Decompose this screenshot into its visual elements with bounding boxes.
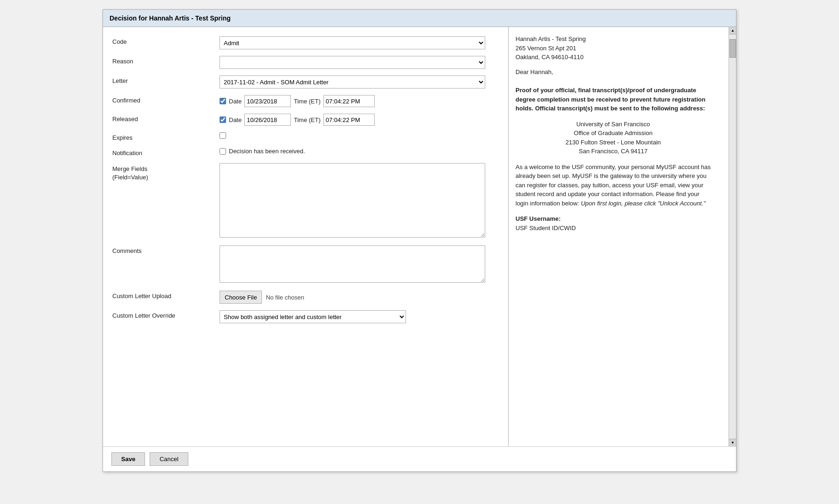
notification-text: Decision has been received. bbox=[229, 148, 305, 155]
custom-letter-override-label: Custom Letter Override bbox=[112, 310, 220, 319]
merge-fields-label: Merge Fields (Field=Value) bbox=[112, 163, 220, 182]
right-panel: Hannah Artis - Test Spring 265 Vernon St… bbox=[509, 27, 736, 446]
reason-row: Reason bbox=[112, 56, 499, 69]
center-line2: Office of Graduate Admission bbox=[516, 129, 711, 138]
letter-row: Letter 2017-11-02 - Admit - SOM Admit Le… bbox=[112, 75, 499, 89]
released-control: Date 10/26/2018 Time (ET) 07:04:22 PM bbox=[220, 114, 499, 126]
code-select[interactable]: Admit Deny Waitlist Defer Withdraw bbox=[220, 36, 485, 49]
save-button[interactable]: Save bbox=[111, 452, 145, 466]
released-time-input[interactable]: 07:04:22 PM bbox=[323, 114, 375, 126]
username-label: USF Username: bbox=[516, 215, 561, 222]
scrollbar: ▲ ▼ bbox=[729, 27, 736, 446]
address-block: Hannah Artis - Test Spring 265 Vernon St… bbox=[516, 34, 711, 62]
confirmed-time-input[interactable]: 07:04:22 PM bbox=[323, 95, 375, 107]
code-control: Admit Deny Waitlist Defer Withdraw bbox=[220, 36, 499, 49]
code-label: Code bbox=[112, 36, 220, 45]
custom-letter-upload-row: Custom Letter Upload Choose File No file… bbox=[112, 291, 499, 304]
released-label: Released bbox=[112, 114, 220, 123]
center-line3: 2130 Fulton Street - Lone Mountain bbox=[516, 138, 711, 147]
username-partial: USF Student ID/CWID bbox=[516, 225, 576, 232]
address-center: University of San Francisco Office of Gr… bbox=[516, 120, 711, 156]
reason-control bbox=[220, 56, 499, 69]
merge-fields-textarea[interactable] bbox=[220, 163, 485, 238]
merge-fields-row: Merge Fields (Field=Value) bbox=[112, 163, 499, 239]
scroll-thumb[interactable] bbox=[729, 39, 736, 58]
comments-row: Comments bbox=[112, 245, 499, 284]
custom-letter-override-row: Custom Letter Override Show both assigne… bbox=[112, 310, 499, 323]
choose-file-button[interactable]: Choose File bbox=[220, 291, 262, 304]
scroll-down-button[interactable]: ▼ bbox=[729, 439, 736, 446]
expires-label: Expires bbox=[112, 132, 220, 141]
comments-textarea[interactable] bbox=[220, 245, 485, 283]
confirmed-time-label: Time (ET) bbox=[294, 98, 320, 105]
scroll-track bbox=[729, 34, 736, 439]
address-line1: Hannah Artis - Test Spring bbox=[516, 34, 711, 44]
notification-row: Notification Decision has been received. bbox=[112, 148, 499, 157]
reason-label: Reason bbox=[112, 56, 220, 65]
salutation: Dear Hannah, bbox=[516, 68, 711, 77]
confirmed-row: Confirmed Date 10/23/2018 Time (ET) 07:0… bbox=[112, 95, 499, 107]
confirmed-checkbox[interactable] bbox=[220, 98, 226, 104]
notification-label: Notification bbox=[112, 148, 220, 157]
paragraph2-italic: Upon first login, please click "Unlock A… bbox=[581, 200, 705, 207]
decision-dialog: Decision for Hannah Artis - Test Spring … bbox=[103, 9, 736, 472]
address-line3: Oakland, CA 94610-4110 bbox=[516, 53, 711, 62]
center-line4: San Francisco, CA 94117 bbox=[516, 147, 711, 156]
reason-select[interactable] bbox=[220, 56, 485, 69]
scroll-up-button[interactable]: ▲ bbox=[729, 27, 736, 34]
notification-control: Decision has been received. bbox=[220, 148, 499, 155]
released-checkbox[interactable] bbox=[220, 116, 226, 123]
cancel-button[interactable]: Cancel bbox=[150, 452, 188, 466]
right-panel-content: Hannah Artis - Test Spring 265 Vernon St… bbox=[516, 34, 729, 232]
custom-letter-upload-control: Choose File No file chosen bbox=[220, 291, 499, 304]
released-row: Released Date 10/26/2018 Time (ET) 07:04… bbox=[112, 114, 499, 126]
comments-label: Comments bbox=[112, 245, 220, 254]
confirmed-control: Date 10/23/2018 Time (ET) 07:04:22 PM bbox=[220, 95, 499, 107]
custom-letter-override-control: Show both assigned letter and custom let… bbox=[220, 310, 499, 323]
letter-label: Letter bbox=[112, 75, 220, 84]
comments-control bbox=[220, 245, 499, 284]
letter-select[interactable]: 2017-11-02 - Admit - SOM Admit Letter bbox=[220, 75, 485, 89]
released-time-label: Time (ET) bbox=[294, 116, 320, 123]
letter-control: 2017-11-02 - Admit - SOM Admit Letter bbox=[220, 75, 499, 89]
address-line2: 265 Vernon St Apt 201 bbox=[516, 44, 711, 53]
dialog-body: Code Admit Deny Waitlist Defer Withdraw … bbox=[103, 27, 736, 446]
custom-letter-override-select[interactable]: Show both assigned letter and custom let… bbox=[220, 310, 406, 323]
custom-letter-upload-label: Custom Letter Upload bbox=[112, 291, 220, 300]
released-date-label: Date bbox=[229, 116, 241, 123]
paragraph2: As a welcome to the USF community, your … bbox=[516, 163, 711, 208]
expires-control bbox=[220, 132, 499, 140]
letter-content: Hannah Artis - Test Spring 265 Vernon St… bbox=[516, 34, 720, 232]
paragraph1: Proof of your official, final transcript… bbox=[516, 86, 711, 113]
dialog-title: Decision for Hannah Artis - Test Spring bbox=[103, 10, 736, 27]
center-line1: University of San Francisco bbox=[516, 120, 711, 129]
expires-row: Expires bbox=[112, 132, 499, 141]
no-file-text: No file chosen bbox=[266, 294, 304, 301]
left-panel: Code Admit Deny Waitlist Defer Withdraw … bbox=[103, 27, 509, 446]
dialog-footer: Save Cancel bbox=[103, 446, 736, 471]
code-row: Code Admit Deny Waitlist Defer Withdraw bbox=[112, 36, 499, 49]
merge-fields-control bbox=[220, 163, 499, 239]
confirmed-date-label: Date bbox=[229, 98, 241, 105]
expires-checkbox[interactable] bbox=[220, 132, 226, 139]
released-date-input[interactable]: 10/26/2018 bbox=[244, 114, 291, 126]
paragraph1-bold: Proof of your official, final transcript… bbox=[516, 87, 705, 112]
confirmed-date-input[interactable]: 10/23/2018 bbox=[244, 95, 291, 107]
username-section: USF Username: USF Student ID/CWID bbox=[516, 214, 711, 232]
notification-checkbox[interactable] bbox=[220, 148, 226, 155]
confirmed-label: Confirmed bbox=[112, 95, 220, 104]
